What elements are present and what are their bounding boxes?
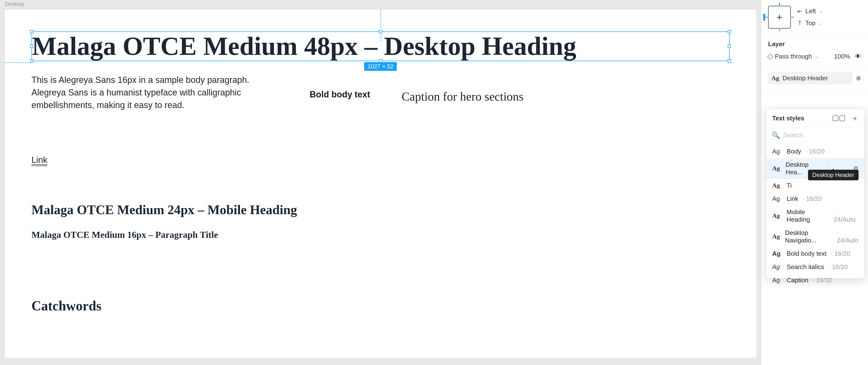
text-style-item[interactable]: AgDesktop Navigatio... · 24/Auto — [766, 226, 864, 247]
blend-mode-value: Pass through — [775, 53, 812, 60]
text-style-item[interactable]: AgMobile Heading · 24/Auto — [766, 205, 864, 226]
text-style-meta: · 16/20 — [831, 250, 850, 258]
vertical-align-value: Top — [805, 19, 815, 27]
text-style-meta: · 16/20 — [805, 148, 825, 155]
caption-text[interactable]: Caption for hero sections — [402, 90, 524, 103]
text-style-name: Ti — [787, 182, 792, 189]
text-style-list: AgBody · 16/20AgDesktop Hea... · 48/Auto… — [766, 143, 864, 278]
text-style-meta: · 24/Auto — [834, 208, 859, 223]
opacity-value[interactable]: 100% — [834, 53, 850, 60]
current-text-style-name: Desktop Header — [783, 74, 828, 82]
selection-dimensions-badge: 1027 × 52 — [364, 62, 397, 71]
text-style-ag-icon: Ag — [772, 148, 783, 155]
selection-handle[interactable] — [728, 30, 731, 33]
align-tick-bottom — [779, 28, 780, 31]
text-style-ag-icon: Ag — [772, 263, 783, 271]
text-style-ag-icon: Ag — [772, 233, 781, 240]
alignment-section: + ⇤ Left ⌄ ⤒ Top ⌄ — [761, 0, 868, 35]
blend-mode-icon — [767, 54, 773, 60]
selection-handle[interactable] — [379, 30, 382, 33]
plus-icon: + — [777, 12, 782, 23]
chevron-down-icon: ⌄ — [819, 9, 823, 14]
alignment-guide-horizontal — [5, 62, 31, 63]
vertical-align-dropdown[interactable]: ⤒ Top ⌄ — [797, 19, 823, 27]
text-style-meta: · 24/Auto — [837, 229, 859, 244]
link-text[interactable]: Link — [31, 155, 48, 166]
text-style-item[interactable]: AgLink · 16/20 — [766, 192, 864, 205]
selection-handle[interactable] — [30, 44, 33, 48]
frame-label[interactable]: Desktop — [5, 1, 25, 7]
text-style-name: Link — [787, 195, 798, 203]
layer-section: Layer Pass through ⌄ 100% 👁 — [761, 35, 868, 66]
selection-handle[interactable] — [30, 30, 33, 33]
bold-body-text[interactable]: Bold body text — [310, 90, 370, 100]
add-style-icon[interactable]: ＋ — [851, 113, 859, 123]
text-style-name: Caption — [787, 276, 808, 284]
text-style-meta: · 16/20 — [803, 195, 822, 203]
selection-handle[interactable] — [30, 59, 33, 63]
horizontal-align-value: Left — [805, 7, 816, 15]
text-style-ag-icon: Ag — [772, 182, 783, 189]
text-style-ag-icon: Ag — [772, 250, 783, 258]
style-tooltip: Desktop Header — [808, 170, 859, 180]
paragraph-title-text[interactable]: Malaga OTCE Medium 16px – Paragraph Titl… — [31, 229, 730, 240]
text-style-ag-icon: Ag — [772, 165, 782, 172]
chevron-down-icon: ⌄ — [819, 21, 823, 26]
text-style-ag-icon: Ag — [772, 276, 783, 284]
align-tick-top — [779, 3, 780, 6]
body-paragraph-text[interactable]: This is Alegreya Sans 16px in a sample b… — [31, 74, 261, 112]
catchwords-heading[interactable]: Catchwords — [31, 298, 730, 313]
mobile-heading-text[interactable]: Malaga OTCE Medium 24px – Mobile Heading — [31, 202, 730, 217]
text-style-ag-icon: Ag — [772, 212, 783, 220]
selection-handle[interactable] — [728, 44, 731, 48]
text-style-name: Bold body text — [787, 250, 827, 258]
properties-panel: + ⇤ Left ⌄ ⤒ Top ⌄ Layer Pass through — [761, 0, 868, 365]
text-style-item[interactable]: AgSearch italics · 16/20 — [766, 260, 864, 274]
text-style-item[interactable]: AgBold body text · 16/20 — [766, 247, 864, 260]
artboard[interactable]: Malaga OTCE Medium 48px – Desktop Headin… — [5, 10, 756, 358]
layer-section-title: Layer — [768, 40, 861, 48]
text-style-name: Mobile Heading — [786, 208, 830, 223]
text-style-meta: · 16/20 — [829, 263, 848, 271]
visibility-toggle-icon[interactable]: 👁 — [855, 53, 861, 60]
text-style-ag-icon: Ag — [772, 195, 783, 203]
text-style-section: Ag Desktop Header ⊕ — [761, 66, 868, 90]
text-style-name: Search italics — [787, 263, 824, 271]
text-style-name: Body — [787, 148, 801, 155]
style-settings-icon[interactable]: ⊕ — [856, 74, 861, 82]
alignment-widget[interactable]: + — [768, 6, 791, 29]
desktop-heading-text[interactable]: Malaga OTCE Medium 48px – Desktop Headin… — [32, 32, 729, 61]
text-style-ag-icon: Ag — [772, 75, 779, 82]
current-text-style-chip[interactable]: Ag Desktop Header — [768, 72, 852, 85]
align-left-icon: ⇤ — [797, 8, 803, 15]
popover-title: Text styles — [772, 114, 804, 122]
text-style-item[interactable]: AgBody · 16/20 — [766, 145, 864, 158]
canvas-area[interactable]: Desktop Malaga OTCE Medium 48px – Deskto… — [0, 0, 761, 365]
text-style-name: Desktop Navigatio... — [785, 229, 832, 244]
text-style-meta: · 24/32 — [813, 276, 832, 284]
library-icon[interactable]: ▢▢ — [832, 113, 845, 123]
align-top-icon: ⤒ — [797, 20, 803, 27]
text-styles-popover: Text styles ▢▢ ＋ 🔍 AgBody · 16/20AgDeskt… — [766, 109, 865, 278]
chevron-down-icon: ⌄ — [815, 54, 819, 59]
horizontal-align-dropdown[interactable]: ⇤ Left ⌄ — [797, 7, 823, 15]
text-style-item[interactable]: AgTi — [766, 179, 864, 192]
style-search-row: 🔍 — [766, 128, 864, 143]
selected-text-layer[interactable]: Malaga OTCE Medium 48px – Desktop Headin… — [31, 31, 730, 61]
text-style-item[interactable]: AgCaption · 24/32 — [766, 274, 864, 287]
search-icon: 🔍 — [772, 131, 780, 139]
selection-handle[interactable] — [728, 59, 731, 63]
align-tick-left — [765, 17, 769, 18]
align-tick-right — [790, 17, 794, 18]
align-tick-left-active — [763, 14, 765, 21]
text-style-item[interactable]: AgDesktop Hea... · 48/Auto⚙Desktop Heade… — [766, 158, 864, 179]
blend-mode-dropdown[interactable]: Pass through ⌄ — [768, 53, 819, 60]
style-search-input[interactable] — [783, 132, 862, 139]
